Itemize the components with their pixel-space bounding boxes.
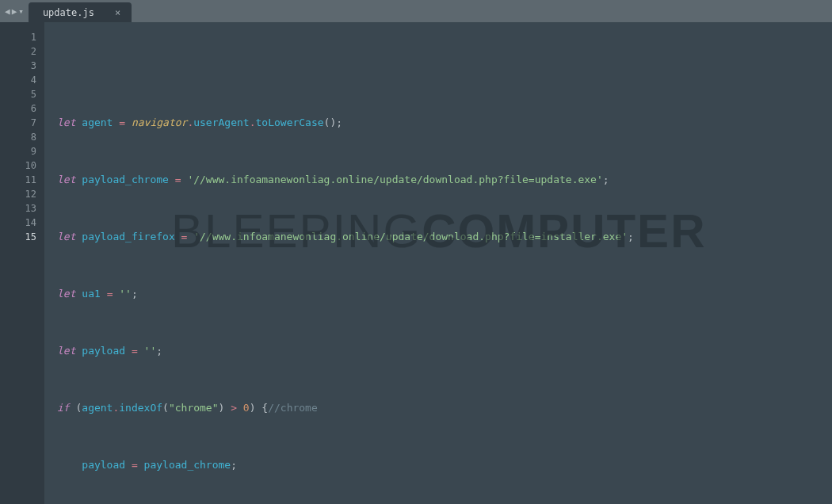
line-number: 12 [0, 187, 36, 201]
code-line: payload = payload_chrome; [57, 458, 832, 472]
line-number: 15 [0, 230, 36, 244]
code-area[interactable]: BLEEPINGCOMPUTER let agent = navigator.u… [44, 22, 832, 504]
line-number: 8 [0, 130, 36, 144]
tab-bar: ◀ ▶ ▾ update.js × [0, 0, 832, 22]
tab-filename: update.js [43, 7, 94, 18]
line-number: 13 [0, 201, 36, 216]
line-number: 7 [0, 116, 36, 130]
line-number: 3 [0, 59, 36, 73]
line-number-gutter: 123456789101112131415 [0, 22, 44, 504]
code-line: let agent = navigator.userAgent.toLowerC… [57, 116, 832, 130]
line-number: 11 [0, 173, 36, 187]
nav-fwd-icon[interactable]: ▶ [12, 6, 17, 17]
code-line: let payload = ''; [57, 344, 832, 358]
line-number: 6 [0, 101, 36, 116]
line-number: 14 [0, 216, 36, 230]
line-number: 4 [0, 73, 36, 87]
line-number: 1 [0, 30, 36, 44]
tab-update-js[interactable]: update.js × [29, 2, 132, 22]
line-number: 5 [0, 87, 36, 101]
nav-back-icon[interactable]: ◀ [5, 6, 10, 17]
code-line: let payload_firefox = '//www.infoamanewo… [57, 230, 832, 244]
nav-buttons: ◀ ▶ ▾ [0, 0, 29, 22]
line-number: 9 [0, 144, 36, 158]
line-number: 10 [0, 158, 36, 173]
editor: 123456789101112131415 BLEEPINGCOMPUTER l… [0, 22, 832, 504]
close-icon[interactable]: × [115, 7, 120, 18]
line-number: 2 [0, 44, 36, 59]
code-line: if (agent.indexOf("chrome") > 0) {//chro… [57, 401, 832, 415]
code-line: let ua1 = ''; [57, 287, 832, 301]
code-line: let payload_chrome = '//www.infoamanewon… [57, 173, 832, 187]
nav-down-icon[interactable]: ▾ [18, 6, 24, 17]
